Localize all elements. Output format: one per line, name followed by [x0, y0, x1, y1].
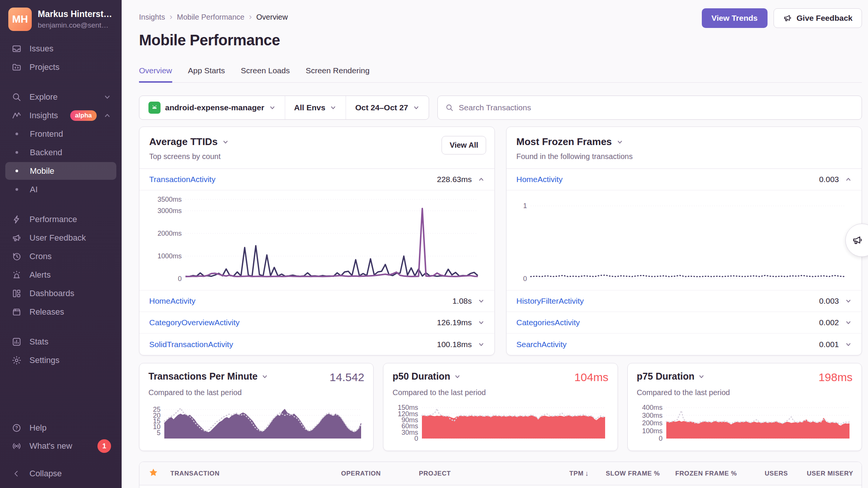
sidebar-item-alerts[interactable]: Alerts: [5, 266, 116, 284]
svg-text:1: 1: [523, 202, 527, 210]
metric-cards-row: Transactions Per Minute 14.542 Compared …: [139, 363, 862, 451]
transaction-link[interactable]: HomeActivity: [516, 175, 563, 184]
col-operation[interactable]: OPERATION: [341, 470, 419, 477]
megaphone-icon: [852, 235, 863, 246]
sidebar-item-frontend[interactable]: Frontend: [5, 125, 116, 143]
col-frozen-frame[interactable]: FROZEN FRAME %: [675, 470, 737, 477]
sidebar-item-label: Alerts: [29, 270, 51, 280]
breadcrumb-overview: Overview: [256, 13, 288, 22]
lightning-icon: [11, 215, 23, 224]
environment-selector[interactable]: All Envs: [285, 96, 346, 119]
tpm-title: Transactions Per Minute: [148, 371, 258, 382]
project-selector[interactable]: android-expense-manager: [139, 96, 285, 119]
col-users[interactable]: USERS: [765, 470, 788, 477]
sidebar-item-whats-new[interactable]: What's new 1: [5, 437, 116, 455]
sidebar-item-label: What's new: [29, 441, 72, 451]
chevron-down-icon: [413, 104, 420, 111]
chevron-down-icon[interactable]: [845, 298, 852, 304]
chevron-down-icon[interactable]: [478, 319, 485, 326]
sidebar-item-ai[interactable]: AI: [5, 181, 116, 198]
date-range-selector[interactable]: Oct 24–Oct 27: [346, 96, 428, 119]
frozen-frames-chart: 10: [507, 190, 862, 290]
transaction-link[interactable]: HistoryFilterActivity: [516, 297, 584, 306]
transaction-link[interactable]: TransactionActivity: [149, 175, 215, 184]
ttid-row-category-overview-activity: CategoryOverviewActivity 126.19ms: [139, 312, 494, 334]
tab-screen-loads[interactable]: Screen Loads: [241, 66, 290, 83]
user-name: Markus Hinterst…: [38, 9, 112, 19]
sidebar-item-label: Stats: [29, 337, 48, 347]
tab-bar: Overview App Starts Screen Loads Screen …: [139, 66, 862, 83]
col-tpm[interactable]: TPM↓: [569, 469, 589, 478]
page-header: Insights › Mobile Performance › Overview…: [139, 0, 862, 83]
sidebar-item-label: Backend: [30, 148, 62, 158]
clock-icon: [11, 252, 23, 261]
transaction-link[interactable]: CategoryOverviewActivity: [149, 318, 239, 327]
card-title-row[interactable]: Most Frozen Frames: [516, 136, 852, 148]
transaction-link[interactable]: CategoriesActivity: [516, 318, 580, 327]
tpm-value: 14.542: [330, 371, 364, 384]
sidebar-item-performance[interactable]: Performance: [5, 210, 116, 228]
sidebar-item-explore[interactable]: Explore: [5, 88, 116, 106]
sidebar-item-help[interactable]: ? Help: [5, 419, 116, 437]
sidebar-item-releases[interactable]: Releases: [5, 303, 116, 321]
frozen-row-home-activity: HomeActivity 0.003: [507, 169, 862, 190]
card-title-row[interactable]: p50 Duration: [392, 371, 461, 382]
svg-text:400ms: 400ms: [642, 404, 663, 411]
chevron-up-icon: [103, 112, 111, 119]
chevron-down-icon[interactable]: [845, 341, 852, 348]
sidebar-item-dashboards[interactable]: Dashboards: [5, 284, 116, 302]
star-icon[interactable]: [148, 468, 170, 479]
tab-screen-rendering[interactable]: Screen Rendering: [306, 66, 369, 83]
view-all-button[interactable]: View All: [442, 136, 486, 154]
give-feedback-button[interactable]: Give Feedback: [774, 8, 862, 28]
sidebar-item-issues[interactable]: Issues: [5, 40, 116, 57]
sidebar-item-crons[interactable]: Crons: [5, 247, 116, 265]
chevron-down-icon[interactable]: [845, 319, 852, 326]
chevron-down-icon[interactable]: [478, 341, 485, 348]
col-slow-frame[interactable]: SLOW FRAME %: [606, 470, 660, 477]
chevron-up-icon[interactable]: [478, 176, 485, 183]
sidebar-item-label: Help: [29, 423, 46, 433]
frozen-row-search-activity: SearchActivity 0.001: [507, 334, 862, 355]
sidebar-collapse-button[interactable]: Collapse: [5, 465, 116, 482]
bullet-dot: [15, 151, 18, 154]
environment-selector-value: All Envs: [294, 103, 326, 112]
breadcrumb-separator: ›: [170, 12, 172, 22]
card-title-row[interactable]: p75 Duration: [637, 371, 705, 382]
sidebar-item-label: Insights: [29, 111, 58, 120]
col-user-misery[interactable]: USER MISERY: [807, 470, 853, 477]
sidebar-item-insights[interactable]: Insights alpha: [5, 107, 116, 124]
breadcrumb-insights[interactable]: Insights: [139, 13, 165, 22]
transaction-link[interactable]: HomeActivity: [149, 297, 196, 306]
search-transactions-input[interactable]: [459, 103, 854, 112]
transaction-link[interactable]: SolidTransactionActivity: [149, 340, 233, 349]
average-ttids-header: Average TTIDs Top screens by count View …: [139, 127, 494, 169]
svg-text:200ms: 200ms: [642, 419, 663, 427]
table-header-row: TRANSACTION OPERATION PROJECT TPM↓ SLOW …: [139, 462, 862, 485]
card-title-row[interactable]: Transactions Per Minute: [148, 371, 268, 382]
chevron-down-icon: [103, 93, 111, 101]
p75-value: 198ms: [819, 371, 853, 384]
sidebar-item-label: Projects: [29, 62, 59, 72]
tab-overview[interactable]: Overview: [139, 66, 172, 83]
col-project[interactable]: PROJECT: [419, 470, 558, 477]
sidebar-item-settings[interactable]: Settings: [5, 351, 116, 369]
average-ttids-title: Average TTIDs: [149, 136, 218, 148]
breadcrumb-mobile-performance[interactable]: Mobile Performance: [177, 13, 244, 22]
svg-text:0: 0: [178, 275, 182, 283]
col-transaction[interactable]: TRANSACTION: [170, 470, 341, 477]
view-trends-button[interactable]: View Trends: [702, 8, 768, 28]
sidebar-item-user-feedback[interactable]: User Feedback: [5, 229, 116, 247]
sidebar-item-stats[interactable]: Stats: [5, 333, 116, 351]
svg-text:3500ms: 3500ms: [158, 196, 182, 203]
chevron-down-icon[interactable]: [478, 298, 485, 304]
tab-app-starts[interactable]: App Starts: [188, 66, 225, 83]
chevron-up-icon[interactable]: [845, 176, 852, 183]
user-menu[interactable]: MH Markus Hinterst… benjamin.coe@sent…: [0, 8, 122, 31]
sidebar-item-backend[interactable]: Backend: [5, 144, 116, 161]
card-title-row[interactable]: Average TTIDs: [149, 136, 485, 148]
sidebar-item-projects[interactable]: Projects: [5, 58, 116, 76]
sidebar-item-mobile[interactable]: Mobile: [5, 162, 116, 180]
svg-text:0: 0: [659, 435, 663, 442]
transaction-link[interactable]: SearchActivity: [516, 340, 567, 349]
